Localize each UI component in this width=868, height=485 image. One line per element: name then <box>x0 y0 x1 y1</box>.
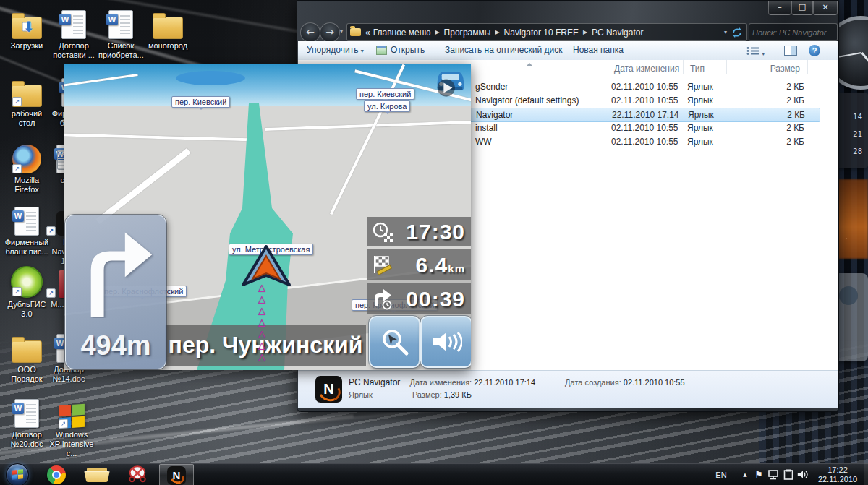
breadcrumb-item[interactable]: PC Navigator <box>592 27 643 38</box>
network-button[interactable] <box>767 464 781 485</box>
folder-icon <box>153 17 183 39</box>
street-label: ул. Кирова <box>364 100 410 112</box>
start-button[interactable] <box>3 464 32 485</box>
volume-tray-button[interactable] <box>796 464 810 485</box>
organize-button[interactable]: Упорядочить ▾ <box>307 45 364 55</box>
details-size-label: Размер: <box>412 390 442 399</box>
car-icon <box>431 65 469 97</box>
search-box[interactable] <box>749 23 838 41</box>
column-header-date[interactable]: Дата изменения <box>614 64 679 74</box>
refresh-icon[interactable] <box>731 27 743 38</box>
sort-indicator <box>527 60 532 66</box>
breadcrumb-item[interactable]: Главное меню <box>373 27 431 38</box>
network-icon <box>768 470 780 480</box>
breadcrumb-item[interactable]: Программы <box>444 27 491 38</box>
finish-flag-icon <box>372 254 393 276</box>
open-button[interactable]: Открыть <box>376 45 425 55</box>
breadcrumb-item[interactable]: Navigator 10 FREE <box>504 27 579 38</box>
demo-mode-indicator[interactable] <box>431 65 469 97</box>
details-modified-label: Дата изменения: <box>409 378 472 387</box>
address-bar[interactable]: « Главное меню ▶ Программы ▶ Navigator 1… <box>346 23 747 41</box>
desktop-icon-dogovor20[interactable]: Договор №20.doc <box>4 398 49 449</box>
forward-button[interactable]: → <box>320 22 340 43</box>
time-left-box: 00:39 <box>367 283 471 314</box>
details-file-name: PC Navigator <box>349 377 400 387</box>
back-button[interactable]: ← <box>300 22 320 43</box>
downloads-folder-icon <box>12 17 42 39</box>
views-button[interactable]: ▾ <box>746 46 765 58</box>
details-pane: N PC Navigator Дата изменения: 22.11.201… <box>298 370 838 408</box>
dublgis-icon <box>11 266 43 298</box>
desktop-icon-ooo-poryadok[interactable]: ООО Порядок <box>4 332 49 384</box>
column-header-size[interactable]: Размер <box>732 64 800 74</box>
taskbar-explorer[interactable] <box>82 464 111 485</box>
history-dropdown[interactable]: ▾ <box>340 28 343 35</box>
distance-value: 6.4km <box>393 253 471 278</box>
maximize-button[interactable]: □ <box>791 1 813 15</box>
chevron-down-icon: ▾ <box>762 51 765 57</box>
help-button[interactable]: ? <box>809 45 820 56</box>
explorer-folder-icon <box>85 466 109 484</box>
maneuver-distance: 494m <box>66 330 166 361</box>
position-arrow-icon <box>239 244 293 289</box>
chrome-icon <box>47 465 66 484</box>
current-street-bar: пер. Чунжинский <box>165 325 366 366</box>
search-input[interactable] <box>749 28 859 37</box>
tray-clock[interactable]: 17:22 22.11.2010 <box>813 464 862 485</box>
volume-button[interactable] <box>420 316 471 368</box>
column-header-type[interactable]: Тип <box>690 64 705 74</box>
maneuver-panel: 494m <box>65 215 166 369</box>
desktop-icon-firmenny-blank-pis[interactable]: Фирменный бланк пис... <box>4 205 49 257</box>
calendar-day: 28 <box>853 147 862 155</box>
desktop: 14 21 28 Загрузки Договор поставки ... С… <box>0 0 868 485</box>
address-dropdown-icon[interactable]: ▾ <box>724 29 727 35</box>
word-doc-icon <box>61 10 86 39</box>
taskbar-snipping-tool[interactable] <box>123 464 152 485</box>
firefox-icon <box>12 145 41 173</box>
folder-icon <box>350 28 361 36</box>
taskbar-chrome[interactable] <box>42 464 71 485</box>
preview-pane-icon <box>784 46 797 56</box>
close-button[interactable]: × <box>813 1 838 15</box>
breadcrumb-chevrons: « <box>365 27 370 38</box>
pc-navigator-window: пер. Киевский пер. Киевский ул. Кирова у… <box>64 64 471 370</box>
new-folder-button[interactable]: Новая папка <box>573 45 624 55</box>
desktop-icon-spisok[interactable]: Список приобрета... <box>98 9 143 60</box>
up-arrow-icon: ▲ <box>743 472 746 478</box>
taskbar: N EN ▲ ⚑ <box>0 463 868 485</box>
map-road <box>64 133 257 141</box>
taskbar-pc-navigator-active[interactable]: N <box>159 464 194 485</box>
breadcrumb-separator: ▶ <box>583 29 587 35</box>
removable-device-button[interactable] <box>781 464 796 485</box>
preview-pane-button[interactable] <box>784 46 797 58</box>
street-label: пер. Киевский <box>171 96 230 108</box>
desktop-icon-downloads[interactable]: Загрузки <box>4 9 49 51</box>
details-modified-value: 22.11.2010 17:14 <box>474 378 535 387</box>
minimize-button[interactable]: – <box>768 1 791 15</box>
route-overview-button[interactable] <box>369 316 420 368</box>
desktop-icon-winxp[interactable]: Windows XP intensive c... <box>49 398 94 458</box>
burn-disc-button[interactable]: Записать на оптический диск <box>445 45 563 55</box>
windows-start-icon <box>6 463 29 485</box>
route-trail: △△ △△ △△ △ <box>258 282 265 363</box>
action-center-button[interactable]: ⚑ <box>752 464 765 485</box>
desktop-icon-dogovor-postavki[interactable]: Договор поставки ... <box>51 9 96 60</box>
desktop-icon-dublgis[interactable]: ДубльГИС 3.0 <box>4 267 49 319</box>
flag-icon: ⚑ <box>754 469 763 480</box>
desktop-icon-monogorod[interactable]: моногород <box>145 9 190 51</box>
language-indicator[interactable]: EN <box>712 464 731 485</box>
show-desktop-button[interactable] <box>864 463 868 485</box>
tray-date: 22.11.2010 <box>818 475 857 484</box>
calendar-day: 14 <box>853 113 862 121</box>
eta-box: 17:30 <box>367 217 471 246</box>
show-hidden-icons-button[interactable]: ▲ <box>739 464 751 485</box>
desktop-icon-firefox[interactable]: Mozilla Firefox <box>4 143 49 194</box>
desktop-icon-rabochiy-stol[interactable]: рабочий стол <box>4 77 49 128</box>
chevron-down-icon: ▾ <box>361 48 364 54</box>
calendar-day: 21 <box>853 130 862 138</box>
speaker-icon <box>430 330 462 353</box>
word-doc-icon <box>14 399 39 428</box>
pc-navigator-icon: N <box>315 376 342 403</box>
details-file-type: Ярлык <box>349 390 373 399</box>
map-road <box>265 121 471 131</box>
